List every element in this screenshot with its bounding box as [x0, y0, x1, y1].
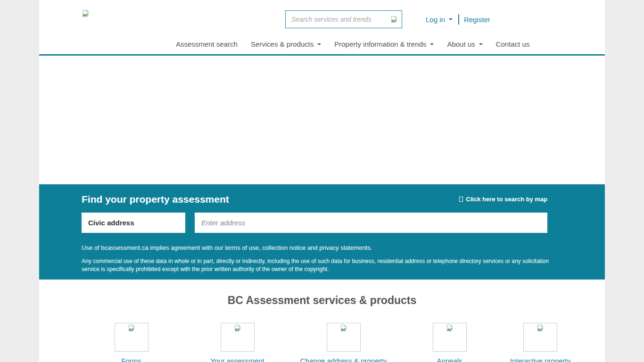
- card-label[interactable]: Interactive property: [510, 357, 570, 362]
- login-dropdown[interactable]: Log in: [426, 16, 453, 24]
- search-input[interactable]: [290, 15, 390, 24]
- commercial-use-text: Any commercial use of these data in whol…: [82, 257, 551, 273]
- card-image-placeholder: [221, 323, 255, 352]
- card-image-placeholder: [327, 323, 361, 352]
- search-by-map-link[interactable]: Click here to search by map: [459, 196, 547, 203]
- card-image-placeholder: [523, 323, 557, 352]
- account-links: Log in Register: [426, 14, 490, 25]
- card-label[interactable]: Change address & property: [300, 357, 387, 362]
- nav-label: Services & products: [251, 40, 314, 48]
- nav-services-products[interactable]: Services & products: [251, 40, 321, 48]
- address-type-selected-value: Civic address: [88, 219, 134, 227]
- card-interactive-property[interactable]: Interactive property: [503, 323, 578, 362]
- map-icon-placeholder: [459, 197, 463, 202]
- main-nav: Assessment search Services & products Pr…: [176, 40, 529, 48]
- account-divider: [458, 14, 459, 25]
- card-image-placeholder: [433, 323, 467, 352]
- card-label[interactable]: Appeals: [437, 357, 462, 362]
- nav-contact-us[interactable]: Contact us: [496, 40, 530, 48]
- site-search-box: [285, 10, 402, 28]
- card-label[interactable]: Forms: [121, 357, 141, 362]
- services-cards-row: Forms Your assessment Change address & p…: [78, 323, 605, 362]
- broken-image-icon: [446, 324, 454, 332]
- nav-label: Property information & trends: [334, 40, 426, 48]
- site-header: Log in Register Assessment search Servic…: [39, 0, 605, 56]
- map-link-label: Click here to search by map: [466, 196, 547, 203]
- caret-down-icon: [449, 18, 453, 20]
- card-image-placeholder: [115, 323, 149, 352]
- caret-down-icon: [430, 43, 434, 45]
- nav-label: Contact us: [496, 40, 530, 48]
- broken-image-icon: [537, 324, 544, 332]
- address-search-form: Civic address: [82, 213, 547, 233]
- broken-image-icon: [234, 324, 241, 332]
- nav-about-us[interactable]: About us: [447, 40, 482, 48]
- login-link[interactable]: Log in: [426, 16, 445, 24]
- nav-label: About us: [447, 40, 475, 48]
- services-products-section: BC Assessment services & products Forms …: [39, 294, 605, 362]
- hero-image-area: [39, 56, 605, 184]
- browser-viewport: Log in Register Assessment search Servic…: [0, 0, 644, 362]
- register-link[interactable]: Register: [464, 16, 490, 24]
- caret-down-icon: [479, 43, 483, 45]
- broken-image-icon: [340, 324, 347, 332]
- nav-property-information-trends[interactable]: Property information & trends: [334, 40, 434, 48]
- card-label[interactable]: Your assessment: [210, 357, 264, 362]
- terms-of-use-text: Use of bcassessment.ca implies agreement…: [82, 244, 547, 251]
- services-heading: BC Assessment services & products: [39, 294, 605, 307]
- address-input[interactable]: [195, 213, 547, 233]
- bc-assessment-page: Log in Register Assessment search Servic…: [39, 0, 605, 362]
- search-button-broken-image-icon[interactable]: [390, 16, 398, 23]
- address-type-select[interactable]: Civic address: [82, 213, 185, 233]
- card-change-address-property[interactable]: Change address & property: [290, 323, 396, 362]
- card-appeals[interactable]: Appeals: [396, 323, 503, 362]
- nav-assessment-search[interactable]: Assessment search: [176, 40, 238, 48]
- property-assessment-banner: Find your property assessment Click here…: [39, 184, 605, 280]
- card-forms[interactable]: Forms: [78, 323, 184, 362]
- broken-image-icon: [128, 324, 135, 332]
- site-logo-broken-image-icon[interactable]: [82, 9, 90, 17]
- caret-down-icon: [317, 43, 321, 45]
- nav-label: Assessment search: [176, 40, 238, 48]
- card-your-assessment[interactable]: Your assessment: [184, 323, 290, 362]
